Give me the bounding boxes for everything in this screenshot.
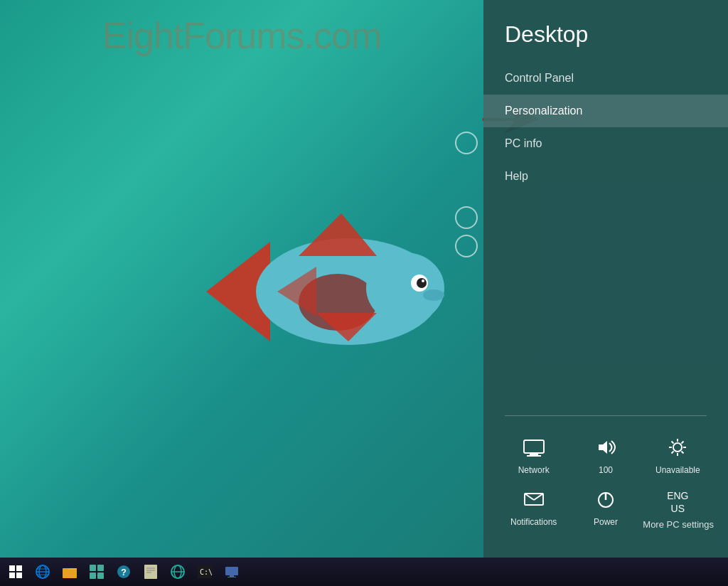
menu-item-control-panel[interactable]: Control Panel: [483, 62, 728, 95]
svg-rect-12: [524, 440, 544, 453]
taskbar-control-panel[interactable]: [84, 560, 109, 584]
svg-point-7: [417, 278, 427, 288]
power-icon: [594, 489, 617, 513]
svg-rect-55: [225, 567, 238, 575]
svg-line-21: [672, 441, 674, 443]
taskbar-file-explorer[interactable]: [57, 560, 82, 584]
network-icon-item[interactable]: Network: [498, 430, 569, 482]
charms-menu: Control Panel Personalization PC info He…: [483, 62, 728, 193]
start-button[interactable]: [3, 560, 28, 584]
network-label: Network: [518, 465, 550, 475]
svg-rect-57: [228, 577, 236, 577]
svg-rect-14: [527, 455, 541, 457]
svg-marker-15: [599, 441, 607, 454]
notifications-icon-item[interactable]: Notifications: [498, 482, 569, 537]
taskbar: ? C:\: [0, 558, 728, 586]
svg-marker-2: [299, 213, 377, 256]
fish-decoration: [206, 199, 448, 387]
network-icon: [523, 437, 545, 461]
circle-button-2[interactable]: [455, 206, 478, 229]
taskbar-cmd[interactable]: C:\: [192, 560, 218, 584]
svg-rect-33: [16, 572, 22, 578]
menu-item-personalization[interactable]: Personalization: [483, 95, 728, 127]
charms-divider: [505, 415, 707, 416]
svg-rect-41: [97, 565, 104, 571]
volume-label: 100: [599, 465, 613, 475]
svg-point-8: [422, 279, 424, 282]
menu-item-pc-info[interactable]: PC info: [483, 127, 728, 160]
brightness-label: Unavailable: [655, 465, 700, 475]
svg-rect-56: [230, 575, 234, 577]
charms-title: Desktop: [483, 0, 728, 62]
svg-text:?: ?: [121, 567, 127, 577]
svg-line-27: [534, 494, 543, 500]
svg-rect-31: [16, 565, 22, 571]
taskbar-notepad[interactable]: [138, 560, 164, 584]
svg-line-26: [525, 494, 534, 500]
system-icons-row1: Network 100: [483, 430, 728, 482]
taskbar-help[interactable]: ?: [111, 560, 136, 584]
svg-rect-40: [90, 565, 96, 571]
watermark-text: EightForums.com: [102, 14, 381, 57]
notifications-icon: [523, 489, 545, 513]
svg-text:C:\: C:\: [200, 568, 212, 576]
svg-rect-42: [90, 572, 96, 579]
brightness-icon-item[interactable]: Unavailable: [642, 430, 714, 482]
svg-rect-32: [9, 572, 15, 578]
desktop-background: EightForums.com: [0, 0, 483, 558]
taskbar-network-connections[interactable]: [165, 560, 191, 584]
volume-icon-item[interactable]: 100: [569, 430, 641, 482]
svg-rect-30: [9, 565, 15, 571]
taskbar-remote-desktop[interactable]: [219, 560, 245, 584]
power-icon-item[interactable]: Power: [569, 482, 641, 537]
svg-rect-39: [63, 568, 77, 578]
power-label: Power: [594, 517, 618, 527]
svg-rect-46: [144, 565, 157, 579]
taskbar-ie[interactable]: [30, 560, 55, 584]
svg-point-16: [673, 443, 682, 452]
brightness-icon: [666, 437, 689, 461]
svg-line-23: [682, 441, 684, 443]
more-pc-settings-link[interactable]: More PC settings: [643, 519, 714, 530]
svg-point-5: [366, 252, 444, 324]
svg-point-9: [423, 289, 444, 301]
charms-panel: Desktop Control Panel Personalization PC…: [483, 0, 728, 558]
language-icon: ENGUS: [667, 489, 688, 515]
svg-line-24: [672, 451, 674, 453]
svg-line-22: [682, 451, 684, 453]
svg-rect-13: [530, 453, 538, 455]
svg-rect-43: [97, 572, 104, 579]
menu-item-help[interactable]: Help: [483, 160, 728, 193]
notifications-label: Notifications: [510, 517, 557, 527]
circle-button-3[interactable]: [455, 235, 478, 257]
circle-button-1[interactable]: [455, 132, 478, 154]
volume-icon: [594, 437, 617, 461]
